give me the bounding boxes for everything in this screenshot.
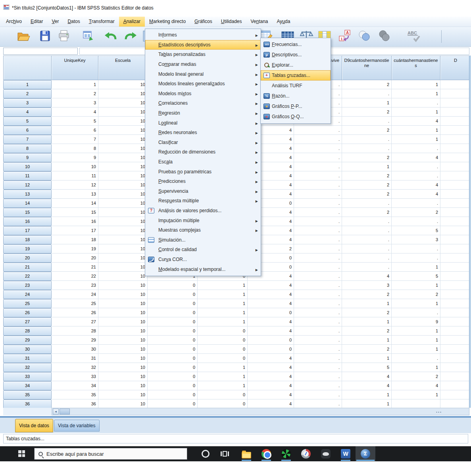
cell-uniquekey-17[interactable]: 17 [52, 226, 98, 235]
row-header-11[interactable]: 11 [3, 171, 52, 180]
cell-cuantashermanastienes-23[interactable]: 1 [392, 281, 440, 290]
cell-d9cuantoshermanostiene-30[interactable]: 2 [342, 345, 392, 354]
cell-d9cuantoshermanostiene-5[interactable]: . [342, 117, 392, 126]
cell-escuela-3[interactable]: 10 [98, 98, 148, 107]
menu-item-curva-cor[interactable]: Curva COR... [145, 255, 261, 265]
cell-escuela-31[interactable]: 10 [98, 354, 148, 363]
cell-uniquekey-24[interactable]: 24 [52, 290, 98, 299]
scroll-thumb[interactable] [60, 409, 70, 415]
cell-cuantashermanastienes-29[interactable]: 1 [392, 336, 440, 345]
cell-uniquekey-32[interactable]: 32 [52, 363, 98, 372]
cell-d9cuantoshermanostiene-1[interactable]: 2 [342, 80, 392, 89]
menu-item-graficos-p-p[interactable]: ★Gráficos P-P... [261, 101, 331, 111]
cell-d9cuantoshermanostiene-22[interactable]: 4 [342, 272, 392, 281]
cell-d-26[interactable] [440, 308, 471, 317]
cell-cuantashermanastienes-34[interactable]: 4 [392, 381, 440, 390]
cell-col4-36[interactable]: 0 [148, 399, 198, 408]
row-header-16[interactable]: 16 [3, 217, 52, 226]
cell-d-30[interactable] [440, 345, 471, 354]
cell-uniquekey-8[interactable]: 8 [52, 144, 98, 153]
cell-cuantashermanastienes-11[interactable]: . [392, 171, 440, 180]
cell-d-14[interactable] [440, 199, 471, 208]
menu-item-predicciones[interactable]: Predicciones [145, 177, 261, 186]
menu-item-descriptivos[interactable]: μDescriptivos... [261, 50, 331, 60]
cell-col6-29[interactable]: 0 [248, 336, 294, 345]
cell-svive-11[interactable]: . [294, 171, 342, 180]
cell-escuela-6[interactable]: 10 [98, 126, 148, 135]
cell-col6-26[interactable]: 0 [248, 308, 294, 317]
cell-d9cuantoshermanostiene-35[interactable]: 1 [342, 390, 392, 399]
menu-item-imputacion-multiple[interactable]: Imputación múltiple [145, 215, 261, 225]
cell-d9cuantoshermanostiene-25[interactable]: 1 [342, 299, 392, 308]
cell-escuela-9[interactable]: 10 [98, 153, 148, 162]
cell-col6-25[interactable]: 4 [248, 299, 294, 308]
menu-item-frecuencias[interactable]: 123Frecuencias... [261, 39, 331, 50]
row-header-13[interactable]: 13 [3, 190, 52, 199]
cell-escuela-28[interactable]: 10 [98, 326, 148, 336]
cell-d-18[interactable] [440, 235, 471, 244]
cell-d9cuantoshermanostiene-20[interactable]: . [342, 253, 392, 263]
cell-escuela-33[interactable]: 10 [98, 372, 148, 381]
cell-svive-26[interactable]: . [294, 308, 342, 317]
menu-item-analisis-turf[interactable]: Análisis TURF [261, 81, 331, 91]
taskbar-app-file-explorer[interactable] [236, 446, 256, 461]
scroll-left-arrow-icon[interactable] [53, 409, 59, 415]
cell-d-13[interactable] [440, 190, 471, 199]
row-header-23[interactable]: 23 [3, 281, 52, 290]
cell-escuela-35[interactable]: 10 [98, 390, 148, 399]
cell-d-7[interactable] [440, 135, 471, 144]
menu-item-modelos-mixtos[interactable]: Modelos mixtos [145, 89, 261, 99]
cell-d-33[interactable] [440, 372, 471, 381]
cell-uniquekey-25[interactable]: 25 [52, 299, 98, 308]
cell-d-4[interactable] [440, 107, 471, 117]
cell-col5-29[interactable]: 0 [198, 336, 248, 345]
row-header-3[interactable]: 3 [3, 98, 52, 107]
menu-item-tablas-personalizadas[interactable]: Tablas personalizadas [145, 50, 261, 60]
cell-svive-16[interactable]: . [294, 217, 342, 226]
cell-escuela-1[interactable]: 10 [98, 80, 148, 89]
cell-d9cuantoshermanostiene-14[interactable]: . [342, 199, 392, 208]
cell-col4-28[interactable]: 0 [148, 326, 198, 336]
row-header-19[interactable]: 19 [3, 244, 52, 253]
cell-col6-28[interactable]: 4 [248, 326, 294, 336]
cell-col4-35[interactable]: 0 [148, 390, 198, 399]
cell-escuela-29[interactable]: 10 [98, 336, 148, 345]
cell-escuela-13[interactable]: 10 [98, 190, 148, 199]
row-header-4[interactable]: 4 [3, 107, 52, 117]
cell-escuela-32[interactable]: 10 [98, 363, 148, 372]
cell-col6-32[interactable]: 4 [248, 363, 294, 372]
cell-col6-31[interactable]: 4 [248, 354, 294, 363]
cell-col4-27[interactable]: 0 [148, 317, 198, 326]
cell-cuantashermanastienes-21[interactable]: 1 [392, 263, 440, 272]
cell-cuantashermanastienes-14[interactable]: . [392, 199, 440, 208]
cell-uniquekey-13[interactable]: 13 [52, 190, 98, 199]
cell-escuela-11[interactable]: 10 [98, 171, 148, 180]
cell-d9cuantoshermanostiene-18[interactable]: . [342, 235, 392, 244]
menu-item-respuesta-multiple[interactable]: Respuesta múltiple [145, 196, 261, 206]
cell-col5-32[interactable]: 1 [198, 363, 248, 372]
cell-cuantashermanastienes-10[interactable]: . [392, 162, 440, 171]
cell-col5-23[interactable]: 1 [198, 281, 248, 290]
cell-cuantashermanastienes-4[interactable]: 1 [392, 107, 440, 117]
cell-d9cuantoshermanostiene-6[interactable]: 2 [342, 126, 392, 135]
cell-d-22[interactable] [440, 272, 471, 281]
cell-col5-31[interactable]: 0 [198, 354, 248, 363]
menubar-item-editar[interactable]: Editar [26, 17, 47, 27]
row-header-27[interactable]: 27 [3, 317, 52, 326]
cell-col6-35[interactable]: 4 [248, 390, 294, 399]
cell-col5-28[interactable]: 0 [198, 326, 248, 336]
taskbar-app-word[interactable] [336, 446, 356, 461]
cell-d-31[interactable] [440, 354, 471, 363]
cell-uniquekey-14[interactable]: 14 [52, 199, 98, 208]
cell-d-6[interactable] [440, 126, 471, 135]
cell-cuantashermanastienes-27[interactable]: 9 [392, 317, 440, 326]
cell-col6-24[interactable]: 4 [248, 290, 294, 299]
cell-d-10[interactable] [440, 162, 471, 171]
cell-uniquekey-28[interactable]: 28 [52, 326, 98, 336]
cell-svive-35[interactable]: . [294, 390, 342, 399]
cell-escuela-36[interactable]: 10 [98, 399, 148, 408]
taskbar-app-media-player[interactable] [296, 446, 316, 461]
row-header-25[interactable]: 25 [3, 299, 52, 308]
cell-d-27[interactable] [440, 317, 471, 326]
cell-svive-30[interactable]: . [294, 345, 342, 354]
